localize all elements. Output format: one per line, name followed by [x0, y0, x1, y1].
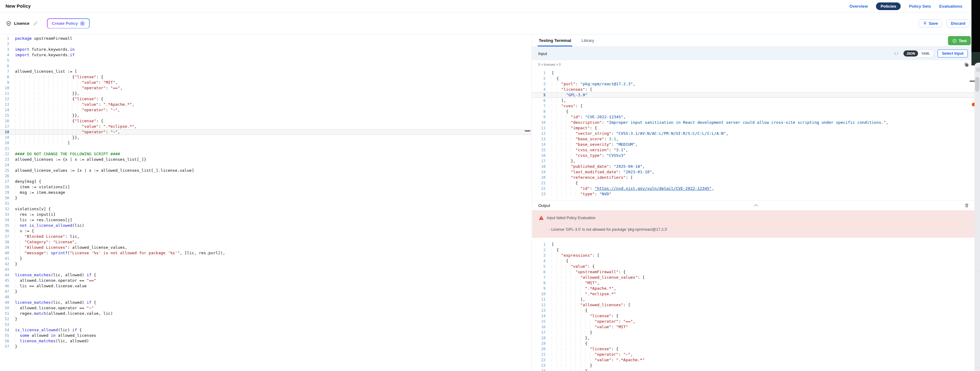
- format-json[interactable]: JSON: [904, 50, 918, 56]
- code-line: 5 "GPL-3.0": [532, 92, 980, 98]
- save-label: Save: [929, 21, 938, 26]
- code-line: 8 {"license": {: [0, 74, 531, 80]
- code-line: 9 "value": "MIT",: [0, 80, 531, 85]
- code-line: 33 res := input[i]: [0, 212, 531, 217]
- code-line: 45 allowed.license.operator == "==": [0, 278, 531, 283]
- code-line: 23 "type": "NVD": [532, 191, 980, 197]
- code-line: 54is_license_allowed(lic) if {: [0, 327, 531, 333]
- scrollbar-thumb[interactable]: [975, 77, 979, 92]
- policy-evaluation-error-banner: Input failed Policy Evaluation - License…: [532, 210, 980, 238]
- breadcrumb: 0 > licenses > 0: [538, 62, 561, 66]
- code-line: 10 ".*eclipse.*": [532, 291, 980, 297]
- code-line: 16 "cvss_type": "CVSSv3": [532, 153, 980, 158]
- output-title: Output: [538, 203, 550, 208]
- create-policy-button[interactable]: Create Policy: [47, 18, 90, 29]
- code-line: 6: [0, 63, 531, 69]
- testing-tabs: Testing Terminal Library Test: [532, 35, 980, 47]
- code-line: 48: [0, 294, 531, 300]
- format-toggle: JSON YAML: [902, 50, 934, 58]
- code-line: 43: [0, 267, 531, 272]
- code-line: 35 not is_license_allowed(lic): [0, 223, 531, 228]
- code-line: 4 "licenses": [: [532, 87, 980, 92]
- test-button[interactable]: Test: [948, 36, 971, 45]
- code-line: 4 {: [532, 258, 980, 264]
- code-line: 52}: [0, 316, 531, 322]
- edge-divider-2: [975, 367, 980, 368]
- code-line: 32violations[v] {: [0, 206, 531, 212]
- edge-dark-strip: [972, 0, 980, 52]
- save-button[interactable]: Save: [919, 19, 942, 27]
- code-line: 49license_matches(lic, allowed) if {: [0, 300, 531, 305]
- shield-check-icon: [6, 21, 11, 26]
- code-line: 20 ]: [0, 140, 531, 146]
- input-title: Input: [538, 51, 547, 56]
- code-line: 5 "value": {: [532, 264, 980, 269]
- discard-label: Discard: [951, 21, 966, 26]
- trash-icon[interactable]: [964, 203, 969, 208]
- input-json-editor[interactable]: 1[2 {3 "purl": "pkg:npm/react@17.2.3",4 …: [532, 69, 980, 200]
- code-line: 30}: [0, 195, 531, 201]
- code-line: 9 ".*Apache.*",: [532, 286, 980, 291]
- code-line: 7 "allowed_license_values": [: [532, 275, 980, 280]
- code-line: 2: [0, 41, 531, 47]
- code-line: 2 {: [532, 76, 980, 81]
- code-line: 27deny[msg] {: [0, 179, 531, 184]
- code-line: 17 "value": ".*eclipse.*",: [0, 124, 531, 129]
- copy-icon[interactable]: [964, 62, 969, 67]
- code-line: 36 v := {: [0, 228, 531, 234]
- nav-evaluations[interactable]: Evaluations: [939, 4, 962, 8]
- input-breadcrumb-row: 0 > licenses > 0: [532, 60, 980, 69]
- code-line: 24: [0, 162, 531, 168]
- nav-policies[interactable]: Policies: [876, 2, 900, 10]
- nav-overview[interactable]: Overview: [850, 4, 868, 8]
- code-line: 41 }: [0, 256, 531, 261]
- code-line: 39 "Allowed Licenses": allowed_license_v…: [0, 245, 531, 250]
- edit-pencil-icon[interactable]: [33, 21, 38, 26]
- code-line: 17 }: [532, 330, 980, 335]
- warning-triangle-icon: [539, 216, 544, 220]
- code-line: 20 "license": {: [532, 346, 980, 352]
- error-detail: - License 'GPL-3.0' is not allowed for p…: [549, 227, 667, 232]
- code-line: 56 license_matches(lic, allowed): [0, 338, 531, 344]
- code-line: 22 "value": ".*Apache.*": [532, 357, 980, 363]
- code-line: 22 "id": "https://nvd.nist.gov/vuln/deta…: [532, 186, 980, 191]
- code-line: 20 "reference_identifiers": [: [532, 175, 980, 180]
- code-line: 1[: [532, 70, 980, 76]
- code-line: 29 msg := item.message: [0, 190, 531, 195]
- output-json-editor[interactable]: 1[2 {3 "expressions": [4 {5 "value": {6 …: [532, 238, 980, 371]
- code-line: 14 "license": {: [532, 313, 980, 319]
- code-brackets-icon: [894, 51, 899, 56]
- policy-name: Lisence: [14, 21, 29, 26]
- code-line: 1package upstreamFirewall: [0, 36, 531, 41]
- nav-policy-sets[interactable]: Policy Sets: [909, 4, 931, 8]
- code-line: 11 "impact": {: [532, 125, 980, 131]
- code-line: 25allowed_license_values := [x | x := al…: [0, 168, 531, 173]
- upload-icon: [923, 21, 927, 26]
- code-line: 21: [0, 146, 531, 151]
- select-input-button[interactable]: Select Input: [938, 50, 968, 58]
- code-line: 3 "expressions": [: [532, 253, 980, 258]
- code-line: 13 {: [532, 308, 980, 313]
- code-line: 1[: [532, 242, 980, 247]
- code-line: 23 }: [532, 363, 980, 368]
- code-line: 18 "published_date": "2025-04-18",: [532, 164, 980, 169]
- code-line: 11 ],: [532, 297, 980, 302]
- top-bar: New Policy Overview Policies Policy Sets…: [0, 0, 980, 13]
- discard-button[interactable]: Discard: [947, 19, 970, 27]
- policy-identity: Lisence Create Policy: [6, 18, 90, 29]
- code-line: 44license_matches(lic, allowed) if {: [0, 272, 531, 278]
- chevron-up-icon[interactable]: [754, 204, 759, 207]
- code-line: 28 item := violations[i]: [0, 184, 531, 190]
- code-line: 10 "operator": "==",: [0, 85, 531, 91]
- code-line: 15 "cvss_version": "3.1",: [532, 147, 980, 153]
- code-line: 14 "operator": "~",: [0, 107, 531, 113]
- code-line: 21 {: [532, 180, 980, 186]
- rego-code-editor[interactable]: 1package upstreamFirewall2 3import futur…: [0, 35, 531, 349]
- code-line: 5: [0, 58, 531, 63]
- code-line: 15 }},: [0, 113, 531, 118]
- tab-testing-terminal[interactable]: Testing Terminal: [538, 38, 572, 46]
- format-yaml[interactable]: YAML: [918, 50, 933, 56]
- tab-library[interactable]: Library: [581, 38, 595, 46]
- code-line: 9 "id": "CVE-2022-12345",: [532, 114, 980, 120]
- code-line: 19 {: [532, 341, 980, 346]
